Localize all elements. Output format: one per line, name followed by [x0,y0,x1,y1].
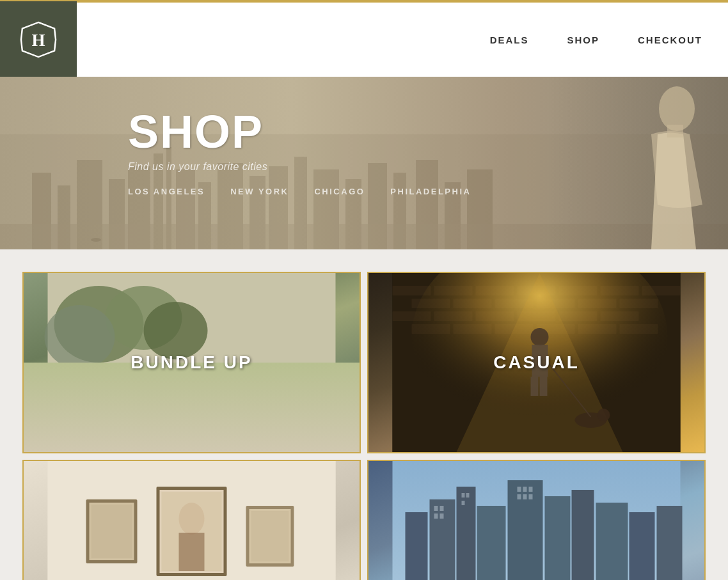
svg-rect-105 [596,503,628,580]
bundle-label: BUNDLE UP [131,352,252,373]
main-nav: DEALS SHOP CHECKOUT [490,35,728,45]
svg-rect-99 [430,499,455,580]
svg-point-78 [597,409,610,421]
header: H DEALS SHOP CHECKOUT [0,0,728,77]
svg-rect-108 [434,506,438,511]
svg-rect-38 [233,396,248,401]
svg-point-24 [91,238,101,242]
svg-rect-98 [406,512,428,580]
product-grid-bottom [0,457,728,580]
city-scene [368,461,704,580]
hero-content: SHOP Find us in your favorite cities LOS… [0,77,728,196]
product-card-city[interactable] [367,460,706,580]
svg-point-30 [144,302,208,359]
city-navigation: LOS ANGELES NEW YORK CHICAGO PHILADELPHI… [128,187,728,196]
svg-rect-100 [457,487,476,580]
nav-checkout[interactable]: CHECKOUT [638,35,702,45]
nav-deals[interactable]: DEALS [490,35,529,45]
city-los-angeles[interactable]: LOS ANGELES [128,187,205,196]
svg-rect-76 [540,377,548,396]
product-card-casual[interactable]: CASUAL [367,272,706,453]
logo-box[interactable]: H [0,1,77,78]
city-new-york[interactable]: NEW YORK [230,187,289,196]
nav-shop[interactable]: SHOP [567,35,599,45]
svg-point-73 [531,328,549,346]
city-image [368,461,704,580]
svg-rect-103 [545,496,571,580]
product-card-museum[interactable] [22,460,361,580]
svg-rect-75 [531,377,539,396]
museum-image [24,461,360,580]
svg-rect-119 [523,494,527,499]
svg-rect-118 [518,494,521,499]
svg-rect-41 [226,430,237,435]
svg-rect-39 [227,418,236,431]
svg-rect-114 [462,501,465,505]
svg-rect-37 [230,396,251,418]
svg-rect-104 [572,490,594,580]
svg-rect-94 [251,511,289,561]
logo-icon: H [20,21,57,58]
svg-rect-116 [523,487,527,492]
svg-rect-120 [529,494,533,499]
svg-rect-109 [440,506,444,511]
svg-text:H: H [31,31,45,50]
hero-banner: SHOP Find us in your favorite cities LOS… [0,77,728,249]
svg-rect-33 [48,401,336,452]
svg-rect-35 [48,404,336,407]
svg-rect-86 [91,505,132,558]
city-philadelphia[interactable]: PHILADELPHIA [390,187,471,196]
hero-title: SHOP [128,109,728,155]
svg-rect-34 [48,398,336,404]
svg-rect-107 [657,506,683,580]
svg-point-31 [45,305,115,369]
svg-rect-101 [477,506,506,580]
product-card-bundle[interactable]: BUNDLE UP [22,272,361,453]
svg-rect-44 [249,400,262,406]
svg-rect-91 [179,533,205,571]
svg-rect-43 [219,400,232,406]
svg-rect-111 [440,513,444,519]
museum-scene [24,461,360,580]
hero-subtitle: Find us in your favorite cities [128,161,728,173]
svg-rect-113 [466,493,470,498]
product-grid-top: BUNDLE UP [0,249,728,457]
city-chicago[interactable]: CHICAGO [314,187,365,196]
svg-rect-40 [237,417,246,431]
svg-rect-112 [462,493,465,498]
svg-point-90 [179,503,205,535]
casual-label: CASUAL [493,352,580,373]
svg-rect-117 [529,487,533,492]
svg-point-36 [228,373,251,396]
svg-rect-110 [434,513,438,519]
svg-rect-106 [629,512,655,580]
svg-rect-115 [518,487,521,492]
svg-rect-42 [235,430,247,435]
